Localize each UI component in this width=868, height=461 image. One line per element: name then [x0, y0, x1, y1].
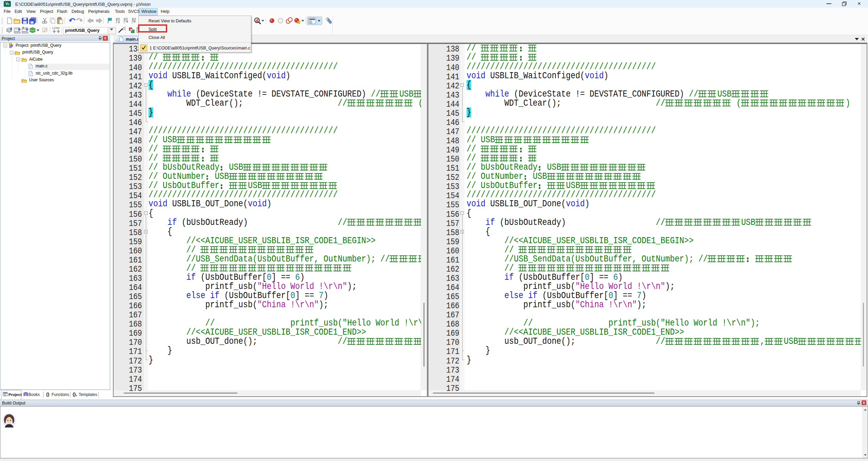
svg-text:?: ? — [25, 393, 26, 396]
svg-text:LOAD: LOAD — [52, 26, 60, 29]
svg-text:d: d — [256, 18, 258, 23]
